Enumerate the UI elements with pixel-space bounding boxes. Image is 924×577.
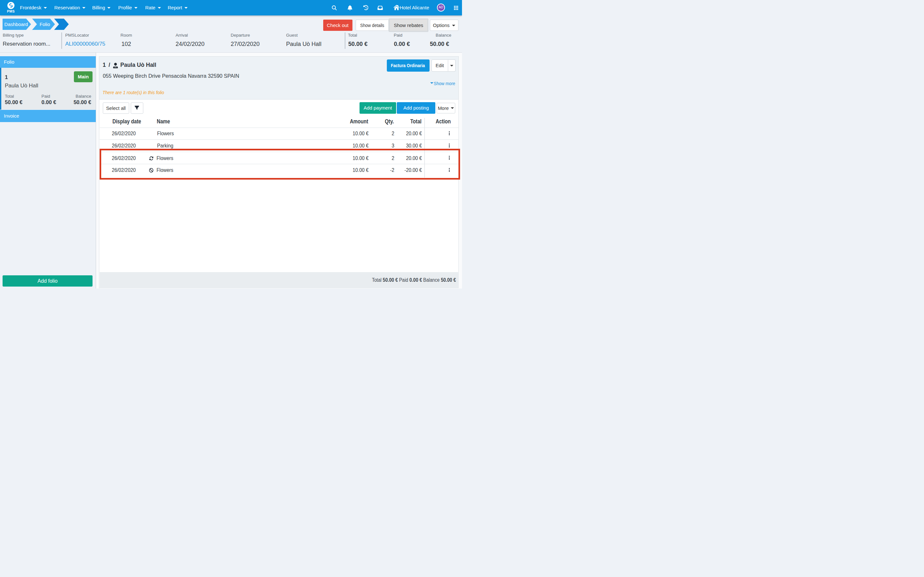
svg-text:u: u: [10, 4, 11, 7]
